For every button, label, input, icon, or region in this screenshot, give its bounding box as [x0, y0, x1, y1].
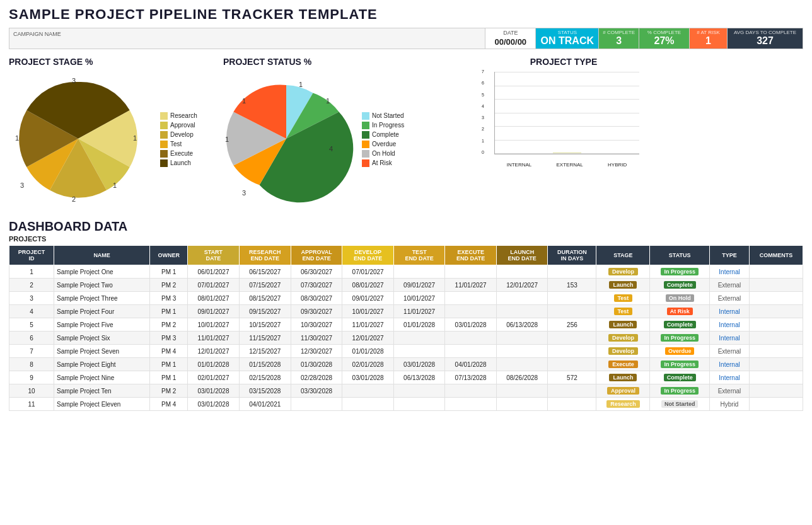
- legend-notstarted: Not Started: [362, 112, 404, 120]
- legend-test-dot: [160, 141, 168, 148]
- cell-duration: [548, 398, 596, 411]
- stage-label-1b: 1: [113, 182, 117, 189]
- cell-research: 09/15/2027: [239, 305, 291, 318]
- stage-badge: Launch: [609, 281, 637, 289]
- col-name: NAME: [54, 246, 150, 265]
- cell-test: [393, 398, 445, 411]
- status-chart-title: PROJECT STATUS %: [223, 57, 475, 67]
- cell-execute: [445, 332, 497, 345]
- status-chart-section: PROJECT STATUS %: [223, 57, 475, 209]
- grid-2: [495, 126, 639, 127]
- cell-research: 12/15/2027: [239, 345, 291, 358]
- status-badge: Complete: [664, 374, 696, 381]
- table-row: 9Sample Project NinePM 102/01/202702/15/…: [9, 371, 803, 384]
- pct-label: % COMPLETE: [643, 30, 685, 35]
- y-axis: 0 1 2 3 4 5 6 7: [482, 69, 493, 154]
- cell-comments: [750, 398, 803, 411]
- cell-develop: 11/01/2027: [342, 318, 394, 332]
- stage-chart-title: PROJECT STAGE %: [9, 57, 223, 67]
- cell-owner: PM 2: [150, 279, 188, 292]
- status-cell: STATUS ON TRACK: [536, 28, 599, 49]
- status-label: STATUS: [540, 30, 594, 35]
- table-row: 10Sample Project TenPM 203/01/202803/15/…: [9, 384, 803, 398]
- cell-id: 11: [9, 398, 54, 411]
- cell-test: 11/01/2027: [393, 305, 445, 318]
- cell-status: Complete: [650, 279, 710, 292]
- cell-research: 11/15/2027: [239, 332, 291, 345]
- y3: 3: [482, 115, 493, 120]
- grid-6: [495, 72, 639, 72]
- cell-approval: 06/30/2027: [291, 265, 342, 279]
- cell-duration: 256: [548, 318, 596, 332]
- cell-duration: [548, 292, 596, 305]
- cell-stage: Launch: [596, 318, 650, 332]
- cell-comments: [750, 371, 803, 384]
- cell-id: 4: [9, 305, 54, 318]
- cell-comments: [750, 265, 803, 279]
- cell-comments: [750, 384, 803, 398]
- cell-owner: PM 2: [150, 384, 188, 398]
- cell-test: 09/01/2027: [393, 279, 445, 292]
- cell-start: 11/01/2027: [188, 332, 240, 345]
- cell-research: 07/15/2027: [239, 279, 291, 292]
- table-row: 8Sample Project EightPM 101/01/202801/15…: [9, 358, 803, 371]
- stage-badge: Test: [614, 308, 633, 315]
- cell-name: Sample Project Eleven: [54, 398, 150, 411]
- grid-4: [495, 99, 639, 100]
- type-bar-chart: 0 1 2 3 4 5 6 7: [482, 69, 639, 170]
- col-duration: DURATIONin days: [548, 246, 596, 265]
- cell-research: 02/15/2028: [239, 371, 291, 384]
- legend-launch-dot: [160, 159, 168, 167]
- cell-stage: Test: [596, 292, 650, 305]
- cell-stage: Develop: [596, 345, 650, 358]
- status-badge: In Progress: [661, 334, 699, 342]
- campaign-name-input[interactable]: [13, 38, 481, 46]
- cell-owner: PM 1: [150, 371, 188, 384]
- date-cell: DATE 00/00/00: [485, 28, 536, 49]
- campaign-row: CAMPAIGN NAME DATE 00/00/00 STATUS ON TR…: [9, 28, 803, 49]
- cell-id: 9: [9, 371, 54, 384]
- cell-name: Sample Project Three: [54, 292, 150, 305]
- cell-comments: [750, 292, 803, 305]
- charts-row: PROJECT STAGE %: [9, 57, 803, 209]
- y1: 1: [482, 139, 493, 143]
- cell-stage: Develop: [596, 265, 650, 279]
- cell-status: In Progress: [650, 265, 710, 279]
- cell-execute: 07/13/2028: [445, 371, 497, 384]
- cell-launch: [496, 305, 548, 318]
- legend-launch: Launch: [160, 159, 197, 167]
- stage-pie-wrapper: 1 1 2 3 1 3: [9, 69, 148, 209]
- status-lbl-4: 4: [329, 145, 333, 153]
- cell-id: 6: [9, 332, 54, 345]
- status-badge: In Progress: [661, 387, 699, 395]
- bars-container: [494, 72, 639, 154]
- status-badge: Complete: [664, 321, 696, 328]
- cell-status: In Progress: [650, 358, 710, 371]
- legend-test: Test: [160, 141, 197, 148]
- pct-value: 27%: [643, 35, 685, 47]
- legend-overdue-dot: [362, 141, 369, 148]
- complete-count-cell: # COMPLETE 3: [599, 28, 639, 49]
- cell-duration: [548, 345, 596, 358]
- cell-id: 1: [9, 265, 54, 279]
- cell-execute: [445, 398, 497, 411]
- campaign-label: CAMPAIGN NAME: [13, 31, 481, 37]
- y0: 0: [482, 150, 493, 154]
- cell-duration: [548, 305, 596, 318]
- cell-launch: [496, 332, 548, 345]
- cell-id: 5: [9, 318, 54, 332]
- status-badge: Not Started: [661, 400, 699, 408]
- legend-onhold: On Hold: [362, 150, 404, 158]
- stage-badge: Launch: [609, 321, 637, 328]
- stage-pie-container: 1 1 2 3 1 3 Research Approva: [9, 69, 223, 209]
- cell-develop: 02/01/2028: [342, 358, 394, 371]
- stage-badge: Develop: [608, 334, 638, 342]
- cell-develop: 08/01/2027: [342, 279, 394, 292]
- cell-launch: [496, 358, 548, 371]
- bar-external: [553, 153, 581, 154]
- y6: 6: [482, 81, 493, 85]
- x-label-hybrid: HYBRID: [608, 162, 627, 168]
- col-launch: LAUNCHEND DATE: [496, 246, 548, 265]
- cell-start: 02/01/2027: [188, 371, 240, 384]
- cell-name: Sample Project One: [54, 265, 150, 279]
